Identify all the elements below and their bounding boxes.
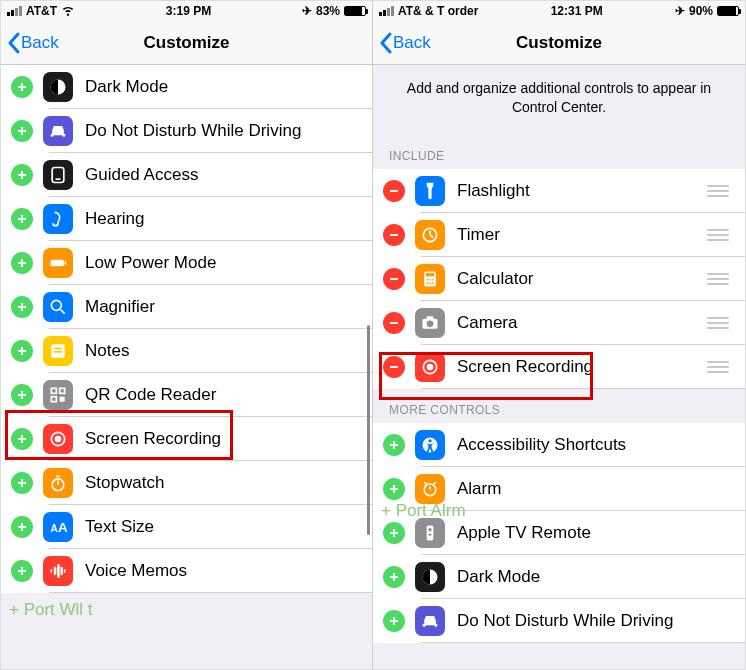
row-label: Apple TV Remote bbox=[457, 523, 731, 543]
include-list: FlashlightTimerCalculatorCameraScreen Re… bbox=[373, 169, 745, 389]
add-button[interactable] bbox=[11, 164, 33, 186]
status-time: 12:31 PM bbox=[551, 4, 603, 18]
list-item[interactable]: AAText Size bbox=[1, 505, 372, 549]
svg-point-39 bbox=[428, 528, 431, 531]
svg-point-26 bbox=[432, 279, 434, 281]
drag-handle-icon[interactable] bbox=[707, 229, 731, 241]
list-item[interactable]: Dark Mode bbox=[373, 555, 745, 599]
svg-text:A: A bbox=[58, 520, 68, 535]
list-item[interactable]: Screen Recording bbox=[373, 345, 745, 389]
row-label: Accessibility Shortcuts bbox=[457, 435, 731, 455]
magnifier-icon bbox=[43, 292, 73, 322]
remove-button[interactable] bbox=[383, 312, 405, 334]
add-button[interactable] bbox=[383, 610, 405, 632]
info-text: Add and organize additional controls to … bbox=[373, 65, 745, 135]
list-item[interactable]: Magnifier bbox=[1, 285, 372, 329]
chevron-left-icon bbox=[7, 32, 21, 54]
section-header-more: MORE CONTROLS bbox=[373, 389, 745, 423]
add-button[interactable] bbox=[11, 428, 33, 450]
list-item[interactable]: Calculator bbox=[373, 257, 745, 301]
list-item[interactable]: Stopwatch bbox=[1, 461, 372, 505]
drag-handle-icon[interactable] bbox=[707, 317, 731, 329]
add-button[interactable] bbox=[11, 560, 33, 582]
list-item[interactable]: Apple TV Remote bbox=[373, 511, 745, 555]
add-button[interactable] bbox=[383, 434, 405, 456]
car-icon bbox=[415, 606, 445, 636]
timer-icon bbox=[415, 220, 445, 250]
list-item[interactable]: Do Not Disturb While Driving bbox=[373, 599, 745, 643]
drag-handle-icon[interactable] bbox=[707, 273, 731, 285]
svg-rect-9 bbox=[51, 397, 56, 402]
svg-rect-38 bbox=[427, 525, 434, 540]
add-button[interactable] bbox=[11, 76, 33, 98]
location-icon: ✈ bbox=[302, 4, 312, 18]
wifi-icon bbox=[61, 3, 75, 20]
nav-bar: Back Customize bbox=[1, 21, 372, 65]
list-item[interactable]: Hearing bbox=[1, 197, 372, 241]
notes-icon bbox=[43, 336, 73, 366]
svg-rect-7 bbox=[51, 388, 56, 393]
battery-pct: 90% bbox=[689, 4, 713, 18]
back-button[interactable]: Back bbox=[7, 32, 59, 54]
row-label: Alarm bbox=[457, 479, 731, 499]
list-item[interactable]: Low Power Mode bbox=[1, 241, 372, 285]
list-item[interactable]: Voice Memos bbox=[1, 549, 372, 593]
svg-point-12 bbox=[55, 436, 62, 443]
add-button[interactable] bbox=[11, 120, 33, 142]
row-label: Low Power Mode bbox=[85, 253, 358, 273]
row-label: Dark Mode bbox=[457, 567, 731, 587]
list-item[interactable]: Timer bbox=[373, 213, 745, 257]
list-item[interactable]: Alarm bbox=[373, 467, 745, 511]
svg-point-28 bbox=[429, 282, 431, 284]
add-button[interactable] bbox=[383, 478, 405, 500]
status-bar: AT& & T order 12:31 PM ✈ 90% bbox=[373, 1, 745, 21]
add-button[interactable] bbox=[11, 472, 33, 494]
row-label: Hearing bbox=[85, 209, 358, 229]
svg-point-34 bbox=[427, 363, 434, 370]
svg-rect-32 bbox=[427, 316, 434, 319]
list-item[interactable]: Flashlight bbox=[373, 169, 745, 213]
svg-point-24 bbox=[427, 279, 429, 281]
add-button[interactable] bbox=[11, 516, 33, 538]
row-label: Timer bbox=[457, 225, 707, 245]
list-item[interactable]: Camera bbox=[373, 301, 745, 345]
nav-title: Customize bbox=[516, 33, 602, 53]
row-label: QR Code Reader bbox=[85, 385, 358, 405]
remove-button[interactable] bbox=[383, 180, 405, 202]
battery-icon bbox=[344, 6, 366, 16]
drag-handle-icon[interactable] bbox=[707, 361, 731, 373]
list-item[interactable]: Dark Mode bbox=[1, 65, 372, 109]
phone-right: AT& & T order 12:31 PM ✈ 90% Back Custom… bbox=[373, 1, 745, 670]
list-item[interactable]: Notes bbox=[1, 329, 372, 373]
dark-mode-icon bbox=[43, 72, 73, 102]
location-icon: ✈ bbox=[675, 4, 685, 18]
more-controls-list: Accessibility ShortcutsAlarmApple TV Rem… bbox=[373, 423, 745, 643]
add-button[interactable] bbox=[11, 208, 33, 230]
list-item[interactable]: Screen Recording bbox=[1, 417, 372, 461]
voice-icon bbox=[43, 556, 73, 586]
row-label: Do Not Disturb While Driving bbox=[457, 611, 731, 631]
list-item[interactable]: Do Not Disturb While Driving bbox=[1, 109, 372, 153]
dark-mode-icon bbox=[415, 562, 445, 592]
nav-title: Customize bbox=[144, 33, 230, 53]
qr-icon bbox=[43, 380, 73, 410]
add-button[interactable] bbox=[11, 296, 33, 318]
add-button[interactable] bbox=[11, 252, 33, 274]
drag-handle-icon[interactable] bbox=[707, 185, 731, 197]
back-button[interactable]: Back bbox=[379, 32, 431, 54]
svg-point-25 bbox=[429, 279, 431, 281]
row-label: Dark Mode bbox=[85, 77, 358, 97]
remove-button[interactable] bbox=[383, 224, 405, 246]
list-item[interactable]: QR Code Reader bbox=[1, 373, 372, 417]
list-item[interactable]: Accessibility Shortcuts bbox=[373, 423, 745, 467]
remove-button[interactable] bbox=[383, 268, 405, 290]
list-item[interactable]: Guided Access bbox=[1, 153, 372, 197]
add-button[interactable] bbox=[383, 522, 405, 544]
scrollbar-thumb[interactable] bbox=[367, 325, 370, 535]
watermark-text: + Port Wll t bbox=[9, 600, 93, 620]
add-button[interactable] bbox=[11, 340, 33, 362]
add-button[interactable] bbox=[11, 384, 33, 406]
svg-rect-4 bbox=[65, 261, 67, 264]
remove-button[interactable] bbox=[383, 356, 405, 378]
add-button[interactable] bbox=[383, 566, 405, 588]
